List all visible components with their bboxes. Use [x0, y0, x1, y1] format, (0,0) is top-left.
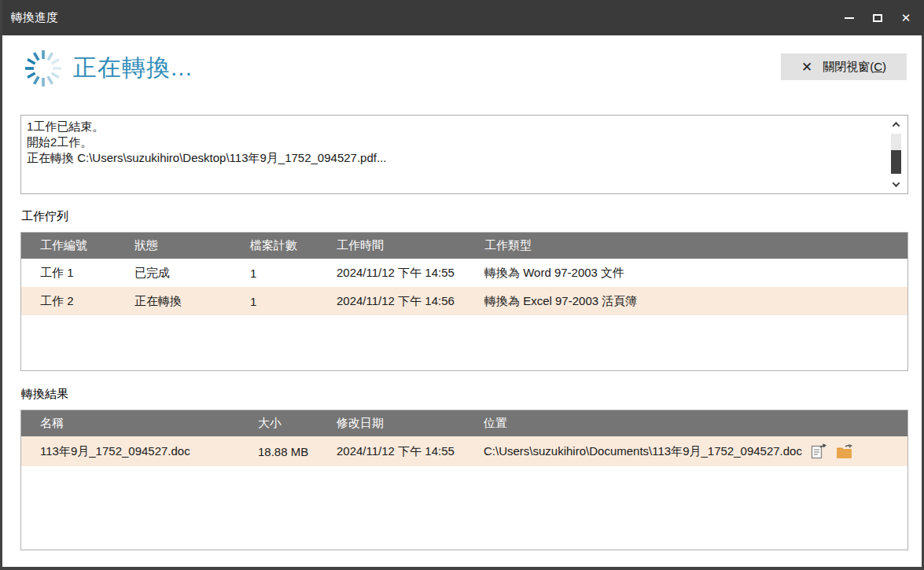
result-size: 18.88 MB [258, 445, 337, 458]
job-status: 已完成 [134, 266, 250, 281]
job-time: 2024/11/12 下午 14:55 [337, 266, 477, 281]
result-location-cell: C:\Users\suzukihiro\Documents\113年9月_175… [484, 443, 907, 460]
conversion-log: 1工作已結束。 開始2工作。 正在轉換 C:\Users\suzukihiro\… [20, 115, 908, 194]
column-header: 狀態 [134, 238, 250, 253]
job-time: 2024/11/12 下午 14:56 [337, 294, 477, 309]
result-modified: 2024/11/12 下午 14:55 [337, 444, 484, 459]
close-window-button[interactable]: ✕ 關閉視窗(C) [781, 53, 907, 80]
column-header: 名稱 [21, 416, 258, 431]
log-line: 開始2工作。 [27, 134, 885, 150]
table-row[interactable]: 工作 2 正在轉換 1 2024/11/12 下午 14:56 轉換為 Exce… [21, 287, 907, 315]
log-line: 正在轉換 C:\Users\suzukihiro\Desktop\113年9月_… [27, 150, 885, 166]
chevron-down-icon [893, 179, 900, 187]
minimize-icon [845, 17, 854, 19]
page-title: 正在轉換... [73, 52, 193, 84]
scrollbar-track-lead [891, 134, 901, 150]
job-queue-header-row: 工作編號 狀態 檔案計數 工作時間 工作類型 [21, 233, 907, 259]
job-queue-table: 工作編號 狀態 檔案計數 工作時間 工作類型 工作 1 已完成 1 2024/1… [20, 232, 908, 371]
open-folder-icon[interactable] [836, 443, 855, 460]
column-header: 工作編號 [21, 238, 134, 253]
table-row[interactable]: 工作 1 已完成 1 2024/11/12 下午 14:55 轉換為 Word … [21, 259, 907, 287]
window-close-button[interactable]: ✕ [892, 0, 920, 35]
job-queue-section-title: 工作佇列 [21, 209, 68, 224]
close-icon: ✕ [901, 12, 911, 24]
result-location: C:\Users\suzukihiro\Documents\113年9月_175… [484, 444, 802, 459]
titlebar: 轉換進度 ✕ [2, 0, 924, 35]
log-scrollbar[interactable] [889, 119, 904, 190]
scroll-up-button[interactable] [889, 119, 904, 131]
job-file-count: 1 [250, 295, 337, 308]
chevron-up-icon [893, 122, 900, 130]
result-name: 113年9月_1752_094527.doc [21, 444, 258, 459]
scrollbar-track[interactable] [891, 131, 901, 178]
column-header: 大小 [258, 416, 337, 431]
scroll-down-button[interactable] [889, 178, 904, 190]
column-header: 工作類型 [477, 238, 907, 253]
job-file-count: 1 [250, 267, 337, 280]
minimize-button[interactable] [835, 0, 863, 35]
maximize-button[interactable] [863, 0, 892, 35]
close-window-button-label: 關閉視窗(C) [823, 60, 886, 75]
column-header: 修改日期 [337, 416, 484, 431]
results-table: 名稱 大小 修改日期 位置 113年9月_1752_094527.doc 18.… [20, 410, 908, 550]
column-header: 工作時間 [337, 238, 477, 253]
job-type: 轉換為 Excel 97-2003 活頁簿 [477, 294, 907, 309]
results-header-row: 名稱 大小 修改日期 位置 [21, 410, 907, 436]
job-type: 轉換為 Word 97-2003 文件 [477, 266, 907, 281]
results-section-title: 轉換結果 [21, 387, 68, 402]
maximize-icon [873, 14, 882, 22]
job-id: 工作 1 [21, 266, 134, 281]
x-icon: ✕ [801, 59, 812, 75]
window-title: 轉換進度 [11, 10, 58, 25]
job-status: 正在轉換 [134, 294, 250, 309]
open-file-icon[interactable] [811, 443, 827, 460]
column-header: 位置 [484, 416, 907, 431]
column-header: 檔案計數 [250, 238, 337, 253]
window-controls: ✕ [835, 0, 920, 35]
job-id: 工作 2 [21, 294, 134, 309]
log-line: 1工作已結束。 [27, 119, 885, 134]
scrollbar-thumb[interactable] [891, 150, 901, 174]
table-row[interactable]: 113年9月_1752_094527.doc 18.88 MB 2024/11/… [21, 436, 907, 466]
progress-spinner-icon [24, 49, 63, 88]
dialog-window: 轉換進度 ✕ 正在 [0, 0, 924, 570]
